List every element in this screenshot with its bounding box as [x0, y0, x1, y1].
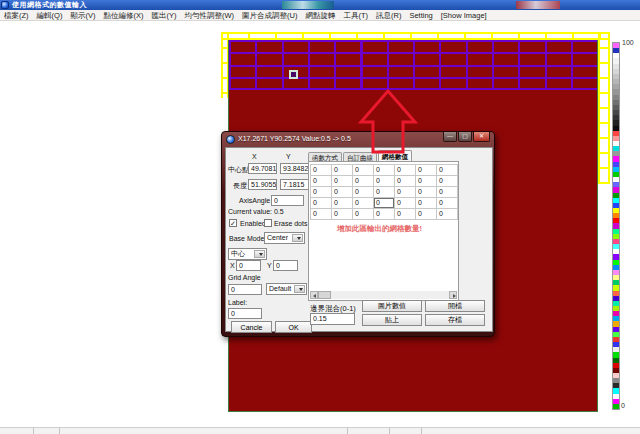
grid-cell[interactable]: 0 — [374, 165, 395, 176]
grid-cell[interactable]: 0 — [374, 198, 395, 209]
grid-cell[interactable]: 0 — [353, 187, 374, 198]
selection-grid[interactable] — [229, 40, 597, 90]
grid-cell[interactable]: 0 — [353, 176, 374, 187]
grid-cell[interactable]: 0 — [416, 198, 437, 209]
menu-item[interactable]: 均勻性調整(W) — [180, 10, 238, 21]
menu-item[interactable]: 工具(T) — [339, 10, 372, 21]
menu-item[interactable]: Setting — [405, 10, 436, 21]
dialog-title: X17.2671 Y90.2574 Value:0.5 -> 0.5 — [238, 135, 351, 142]
anchor-select[interactable]: 中心 — [228, 248, 267, 260]
y-offset-field[interactable]: 0 — [273, 260, 298, 271]
grid-cell[interactable]: 0 — [353, 198, 374, 209]
grid-cell[interactable]: 0 — [332, 176, 353, 187]
ok-button[interactable]: OK — [275, 321, 312, 333]
selected-cell-marker[interactable] — [289, 70, 298, 79]
grid-cell[interactable]: 0 — [437, 198, 458, 209]
cancel-button[interactable]: Cancle — [231, 321, 272, 333]
label-field[interactable]: 0 — [228, 308, 262, 319]
menu-item[interactable]: 檔案(Z) — [0, 10, 33, 21]
dialog-button[interactable]: 貼上 — [362, 314, 422, 326]
grid-cell[interactable]: 0 — [395, 187, 416, 198]
scroll-left-icon[interactable] — [310, 291, 318, 299]
app-window: 使用網格式的數值輸入 檔案(Z)編輯(Q)顯示(V)點位編修(X)匯出(Y)均勻… — [0, 0, 640, 434]
grid-value-dialog: X17.2671 Y90.2574 Value:0.5 -> 0.5 — ▢ ✕… — [221, 131, 495, 337]
status-segment — [60, 428, 348, 434]
grid-cell[interactable]: 0 — [374, 187, 395, 198]
grid-angle-mode-select[interactable]: Default — [266, 283, 307, 295]
dialog-window-buttons: — ▢ ✕ — [442, 132, 490, 142]
annotation-note: 增加此區輸出的網格數量! — [337, 224, 422, 234]
base-mode-value: Center — [267, 234, 288, 241]
grid-cell[interactable]: 0 — [311, 165, 332, 176]
length-y-field[interactable]: 7.1815 — [280, 179, 309, 190]
menu-item[interactable]: 網點旋轉 — [301, 10, 339, 21]
grid-cell[interactable]: 0 — [416, 209, 437, 220]
grid-cell[interactable]: 0 — [395, 176, 416, 187]
horizontal-scrollbar[interactable] — [310, 291, 457, 299]
close-button[interactable]: ✕ — [473, 132, 490, 142]
status-segment — [0, 428, 34, 434]
menu-item[interactable]: 匯出(Y) — [147, 10, 180, 21]
colorbar-segment[interactable] — [613, 404, 619, 409]
current-value-label: Current value: 0.5 — [228, 208, 284, 215]
dialog-button[interactable]: 存檔 — [425, 314, 485, 326]
grid-cell[interactable]: 0 — [395, 209, 416, 220]
scrollbar-thumb[interactable] — [318, 291, 331, 299]
grid-cell[interactable]: 0 — [311, 187, 332, 198]
grid-panel: 00000000000000000000000000000000000 增加此區… — [308, 161, 459, 301]
grid-cell[interactable]: 0 — [311, 198, 332, 209]
chevron-down-icon — [299, 288, 303, 291]
scroll-right-icon[interactable] — [449, 291, 457, 299]
grid-cell[interactable]: 0 — [437, 176, 458, 187]
grid-cell[interactable]: 0 — [416, 176, 437, 187]
grid-cell[interactable]: 0 — [311, 209, 332, 220]
x-offset-label: X — [230, 262, 235, 269]
enabled-checkbox[interactable]: ✓ — [229, 219, 237, 227]
menu-item[interactable]: 訊息(R) — [372, 10, 405, 21]
length-x-field[interactable]: 51.9055 — [248, 179, 277, 190]
grid-cell[interactable]: 0 — [332, 187, 353, 198]
dialog-button[interactable]: 圖片數值 — [362, 300, 422, 312]
yellow-grid-top — [221, 32, 610, 40]
grid-cell[interactable]: 0 — [353, 209, 374, 220]
grid-cell[interactable]: 0 — [437, 209, 458, 220]
grid-cell[interactable]: 0 — [437, 165, 458, 176]
center-x-field[interactable]: 49.7081 — [248, 163, 277, 174]
length-label: 長度 — [233, 181, 247, 191]
titlebar-artifact — [516, 1, 560, 9]
status-segment — [422, 428, 640, 434]
grid-cell[interactable]: 0 — [374, 176, 395, 187]
boundary-blend-field[interactable]: 0.15 — [310, 313, 355, 325]
color-scale[interactable] — [612, 42, 620, 410]
grid-angle-mode-value: Default — [269, 285, 291, 292]
grid-cell[interactable]: 0 — [437, 187, 458, 198]
label-label: Label: — [228, 299, 247, 306]
menu-item[interactable]: 點位編修(X) — [99, 10, 147, 21]
maximize-button[interactable]: ▢ — [458, 132, 472, 142]
menu-item[interactable]: 圖片合成調整(U) — [238, 10, 301, 21]
grid-angle-field[interactable]: 0 — [228, 284, 262, 295]
erase-dots-checkbox[interactable] — [264, 219, 272, 227]
grid-cell[interactable]: 0 — [311, 176, 332, 187]
grid-cell[interactable]: 0 — [416, 165, 437, 176]
grid-cell[interactable]: 0 — [332, 198, 353, 209]
grid-cell[interactable]: 0 — [332, 165, 353, 176]
grid-cell[interactable]: 0 — [353, 165, 374, 176]
dialog-button[interactable]: 開檔 — [425, 300, 485, 312]
x-offset-field[interactable]: 0 — [236, 260, 261, 271]
grid-cell[interactable]: 0 — [374, 209, 395, 220]
menu-item[interactable]: [Show Image] — [437, 10, 491, 21]
minimize-button[interactable]: — — [443, 132, 457, 142]
grid-cell[interactable]: 0 — [395, 198, 416, 209]
status-segment — [390, 428, 422, 434]
grid-cell[interactable]: 0 — [416, 187, 437, 198]
grid-cell[interactable]: 0 — [395, 165, 416, 176]
status-segment — [348, 428, 390, 434]
center-y-field[interactable]: 93.8482 — [280, 163, 309, 174]
menu-item[interactable]: 編輯(Q) — [33, 10, 67, 21]
menu-item[interactable]: 顯示(V) — [66, 10, 99, 21]
base-mode-select[interactable]: Center — [264, 232, 305, 244]
column-header-y: Y — [286, 153, 291, 160]
grid-cell[interactable]: 0 — [332, 209, 353, 220]
axis-angle-field[interactable]: 0 — [271, 195, 304, 206]
